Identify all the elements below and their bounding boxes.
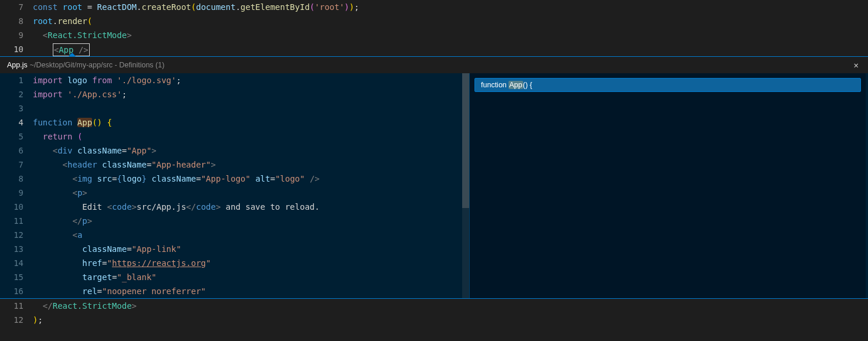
- line-content[interactable]: import logo from './logo.svg';: [33, 73, 181, 87]
- line-content[interactable]: function App() {: [33, 115, 112, 129]
- peek-definition-widget: App.js ~/Desktop/Git/my-app/src - Defini…: [0, 56, 868, 299]
- line-number: 2: [0, 87, 33, 101]
- code-line[interactable]: 11 </p>: [0, 214, 469, 228]
- line-number: 7: [0, 0, 33, 14]
- code-line[interactable]: 1import logo from './logo.svg';: [0, 73, 469, 87]
- line-content[interactable]: );: [33, 313, 43, 327]
- line-number: 9: [0, 28, 33, 42]
- close-icon[interactable]: ✕: [852, 60, 861, 70]
- line-number: 1: [0, 73, 33, 87]
- peek-editor[interactable]: 1import logo from './logo.svg';2import '…: [0, 73, 469, 298]
- line-number: 14: [0, 256, 33, 270]
- line-content[interactable]: const root = ReactDOM.createRoot(documen…: [33, 0, 359, 14]
- line-content[interactable]: <a: [33, 228, 82, 242]
- peek-header: App.js ~/Desktop/Git/my-app/src - Defini…: [0, 57, 868, 73]
- peek-arrow-indicator: [68, 53, 76, 57]
- line-number: 5: [0, 129, 33, 144]
- line-content[interactable]: Edit <code>src/App.js</code> and save to…: [33, 200, 320, 214]
- line-content[interactable]: <React.StrictMode>: [33, 28, 132, 42]
- code-line[interactable]: 9 <p>: [0, 186, 469, 200]
- code-line[interactable]: 11 </React.StrictMode>: [0, 299, 868, 313]
- main-editor-bottom[interactable]: 11 </React.StrictMode>12);: [0, 299, 868, 327]
- code-line[interactable]: 7const root = ReactDOM.createRoot(docume…: [0, 0, 868, 14]
- line-content[interactable]: <App />: [33, 42, 90, 56]
- line-content[interactable]: <header className="App-header">: [33, 158, 216, 172]
- line-number: 11: [0, 214, 33, 228]
- code-line[interactable]: 2import './App.css';: [0, 87, 469, 101]
- peek-references-panel: function App() {: [469, 73, 866, 298]
- peek-reference-item[interactable]: function App() {: [474, 78, 861, 92]
- main-editor-top[interactable]: 7const root = ReactDOM.createRoot(docume…: [0, 0, 868, 56]
- code-line[interactable]: 12);: [0, 313, 868, 327]
- line-number: 7: [0, 158, 33, 172]
- editor-container: 7const root = ReactDOM.createRoot(docume…: [0, 0, 868, 341]
- line-number: 10: [0, 200, 33, 214]
- line-content[interactable]: target="_blank": [33, 270, 157, 284]
- code-line[interactable]: 14 href="https://reactjs.org": [0, 256, 469, 270]
- line-number: 10: [0, 42, 33, 56]
- line-number: 12: [0, 313, 33, 327]
- peek-body: 1import logo from './logo.svg';2import '…: [0, 73, 868, 298]
- code-line[interactable]: 3: [0, 101, 469, 115]
- line-number: 6: [0, 144, 33, 158]
- code-line[interactable]: 5 return (: [0, 129, 469, 144]
- code-line[interactable]: 15 target="_blank": [0, 270, 469, 284]
- line-content[interactable]: <div className="App">: [33, 144, 157, 158]
- line-content[interactable]: <p>: [33, 186, 87, 200]
- line-content[interactable]: className="App-link": [33, 242, 181, 256]
- peek-scrollbar-thumb[interactable]: [462, 73, 469, 208]
- peek-filename: App.js: [7, 61, 28, 69]
- code-line[interactable]: 10 <App />: [0, 42, 868, 56]
- line-number: 16: [0, 284, 33, 298]
- line-content[interactable]: rel="noopener noreferrer": [33, 284, 206, 298]
- line-content[interactable]: </p>: [33, 214, 92, 228]
- line-number: 3: [0, 101, 33, 115]
- code-line[interactable]: 10 Edit <code>src/App.js</code> and save…: [0, 200, 469, 214]
- line-content[interactable]: </React.StrictMode>: [33, 299, 137, 313]
- line-number: 8: [0, 14, 33, 28]
- line-content[interactable]: return (: [33, 129, 82, 144]
- line-number: 12: [0, 228, 33, 242]
- code-line[interactable]: 16 rel="noopener noreferrer": [0, 284, 469, 298]
- line-content[interactable]: <img src={logo} className="App-logo" alt…: [33, 172, 320, 186]
- line-number: 15: [0, 270, 33, 284]
- line-number: 4: [0, 115, 33, 129]
- line-number: 9: [0, 186, 33, 200]
- code-line[interactable]: 7 <header className="App-header">: [0, 158, 469, 172]
- line-content[interactable]: root.render(: [33, 14, 92, 28]
- peek-filepath: ~/Desktop/Git/my-app/src - Definitions (…: [30, 61, 165, 69]
- line-content[interactable]: import './App.css';: [33, 87, 127, 101]
- line-number: 13: [0, 242, 33, 256]
- line-content[interactable]: href="https://reactjs.org": [33, 256, 211, 270]
- code-line[interactable]: 12 <a: [0, 228, 469, 242]
- code-line[interactable]: 9 <React.StrictMode>: [0, 28, 868, 42]
- line-number: 8: [0, 172, 33, 186]
- code-line[interactable]: 8root.render(: [0, 14, 868, 28]
- line-number: 11: [0, 299, 33, 313]
- peek-scrollbar[interactable]: [462, 73, 469, 298]
- code-line[interactable]: 13 className="App-link": [0, 242, 469, 256]
- code-line[interactable]: 4function App() {: [0, 115, 469, 129]
- code-line[interactable]: 6 <div className="App">: [0, 144, 469, 158]
- code-line[interactable]: 8 <img src={logo} className="App-logo" a…: [0, 172, 469, 186]
